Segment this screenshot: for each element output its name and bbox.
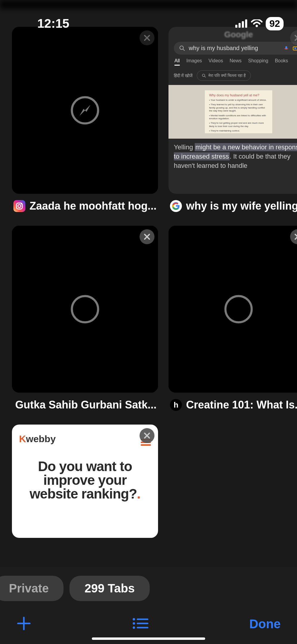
tabs-count-button[interactable]: 299 Tabs xyxy=(69,576,149,601)
close-icon xyxy=(144,233,150,240)
tab-title: Gutka Sahib Gurbani Satk... xyxy=(15,399,157,411)
bottom-toolbar: Private 299 Tabs Done xyxy=(0,567,297,644)
svg-point-17 xyxy=(294,47,296,49)
tab-preview[interactable] xyxy=(168,226,297,393)
svg-rect-9 xyxy=(13,200,25,212)
close-icon xyxy=(294,35,297,41)
svg-line-14 xyxy=(183,49,185,51)
tab-preview[interactable] xyxy=(12,226,158,393)
tab-card[interactable]: Kwebby Do you want to improve your websi… xyxy=(12,425,158,538)
list-icon xyxy=(132,617,149,629)
svg-rect-0 xyxy=(235,25,237,28)
tab-grid: Zaada he moohfatt hog... Google why is m… xyxy=(12,27,285,538)
search-icon xyxy=(202,74,206,78)
tab-card[interactable]: Zaada he moohfatt hog... xyxy=(12,27,158,212)
close-icon xyxy=(294,233,297,240)
status-indicators: 92 xyxy=(235,17,284,30)
close-icon xyxy=(144,35,150,41)
svg-rect-2 xyxy=(242,21,244,28)
svg-point-18 xyxy=(202,74,205,76)
tab-preview[interactable] xyxy=(12,27,158,194)
svg-marker-21 xyxy=(80,304,90,315)
svg-point-24 xyxy=(133,618,135,620)
tab-title: Zaada he moohfatt hog... xyxy=(30,200,157,212)
google-icon xyxy=(170,200,182,212)
done-button[interactable]: Done xyxy=(249,617,281,631)
instagram-icon xyxy=(13,200,25,212)
featured-snippet-image: Why does my husband yell at me? • Your h… xyxy=(168,85,297,139)
lens-icon xyxy=(293,46,297,51)
status-bar: 12:15 92 xyxy=(0,16,297,31)
tab-list-button[interactable] xyxy=(132,617,149,631)
close-icon xyxy=(144,432,150,439)
tab-card[interactable]: Google why is my husband yelling All Ima… xyxy=(168,27,297,212)
search-icon xyxy=(179,45,185,51)
svg-rect-15 xyxy=(285,46,287,49)
featured-snippet-text: Yelling might be a new behavior in respo… xyxy=(168,139,297,174)
compass-icon xyxy=(224,294,253,324)
compass-icon xyxy=(70,294,100,324)
svg-rect-1 xyxy=(239,23,241,28)
kwebby-preview: Kwebby Do you want to improve your websi… xyxy=(12,425,158,538)
close-tab-button[interactable] xyxy=(140,229,154,244)
svg-rect-3 xyxy=(245,19,247,28)
healthline-icon: h xyxy=(170,399,182,411)
svg-marker-7 xyxy=(80,105,90,116)
battery-indicator: 92 xyxy=(266,17,284,30)
svg-point-20 xyxy=(72,296,98,322)
plus-icon xyxy=(16,616,31,631)
mic-icon xyxy=(284,46,289,51)
tab-group-segments: Private 299 Tabs xyxy=(0,576,297,610)
tab-card[interactable]: h Creatine 101: What Is... xyxy=(168,226,297,411)
wifi-icon xyxy=(251,19,263,28)
kwebby-logo: Kwebby xyxy=(19,434,151,445)
tab-preview[interactable]: Google why is my husband yelling All Ima… xyxy=(168,27,297,194)
svg-point-26 xyxy=(133,622,135,625)
new-tab-button[interactable] xyxy=(16,616,31,632)
hindi-search-row: हिंदी में खोजें मेरा पति क्यों चिल्ला रह… xyxy=(168,69,297,85)
home-indicator[interactable] xyxy=(92,637,205,640)
tab-title: Creatine 101: What Is... xyxy=(186,399,297,411)
svg-point-28 xyxy=(133,626,135,629)
svg-point-22 xyxy=(225,296,252,322)
search-result-tabs: All Images Videos News Shopping Books xyxy=(168,58,297,69)
tab-preview[interactable]: Kwebby Do you want to improve your websi… xyxy=(12,425,158,538)
svg-point-13 xyxy=(180,46,183,49)
tab-title: why is my wife yelling... xyxy=(186,200,297,212)
status-time: 12:15 xyxy=(13,16,69,31)
tab-card[interactable]: Gutka Sahib Gurbani Satk... xyxy=(12,226,158,411)
close-tab-button[interactable] xyxy=(140,30,154,45)
svg-marker-23 xyxy=(233,304,244,315)
search-bar: why is my husband yelling xyxy=(174,42,297,55)
kwebby-headline: Do you want to improve your website rank… xyxy=(19,459,151,501)
svg-line-19 xyxy=(205,76,206,78)
close-tab-button[interactable] xyxy=(140,428,154,443)
svg-point-12 xyxy=(21,203,22,205)
google-logo: Google xyxy=(168,30,297,39)
compass-icon xyxy=(70,95,100,125)
google-search-preview: Google why is my husband yelling All Ima… xyxy=(168,27,297,194)
cellular-signal-icon xyxy=(235,19,248,28)
private-tabs-button[interactable]: Private xyxy=(0,576,64,601)
